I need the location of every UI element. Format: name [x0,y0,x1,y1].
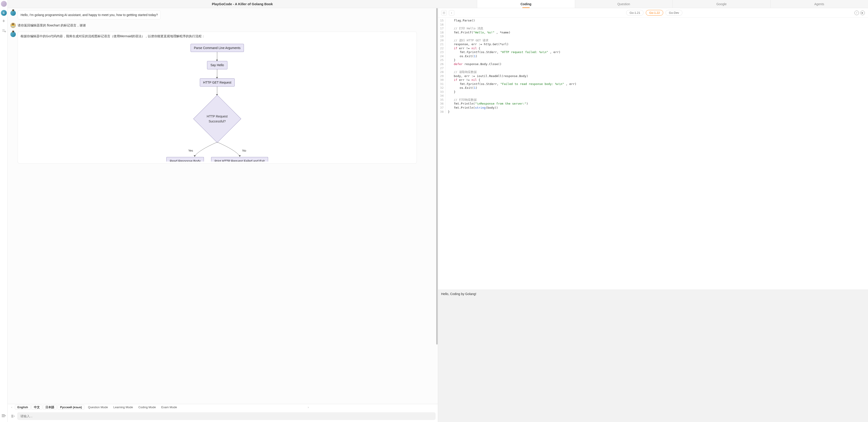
flow-arrow-icon [217,69,217,78]
chevron-left-icon[interactable]: ‹ [9,405,14,409]
code-line[interactable]: 16 [438,23,868,27]
version-go-1.21[interactable]: Go-1.21 [626,10,644,15]
lang-mode-bar: ‹ English 中文 日本語 Русский (язык) Question… [8,404,438,410]
code-line[interactable]: 37fmt.Println(string(body)) [438,106,868,110]
app-title: PlayGoCode - A Killer of Golang Book [8,0,477,8]
code-line[interactable]: 19 [438,34,868,38]
code-line[interactable]: 38} [438,110,868,114]
tab-google[interactable]: Google [673,0,770,8]
flow-no-label: No [242,149,246,153]
message-text: Hello, I'm golang programming AI assista… [18,10,161,20]
message-bubble: 根据你编辑器中的Go代码内容，我将生成对应的流程图标记语言（使用Mermaid的… [18,32,417,164]
code-line[interactable]: 33} [438,90,868,94]
left-toolbar: G + [0,0,8,422]
svg-point-1 [443,12,444,13]
user-message: 请你返回编辑器里的 flowchart 的标记语言，谢谢 [10,23,435,29]
mode-chip[interactable]: Learning Mode [111,405,135,409]
code-line[interactable]: 25} [438,58,868,62]
flow-arrow-icon [217,87,217,96]
tab-agents[interactable]: Agents [770,0,868,8]
new-chat-button[interactable]: + [2,19,6,23]
code-line[interactable]: 35// 打印响应数据 [438,98,868,102]
lang-chip[interactable]: English [15,405,31,410]
code-line[interactable]: 28// 读取响应数据 [438,70,868,74]
history-icon[interactable] [2,29,6,33]
expand-input-icon[interactable] [10,414,16,419]
assistant-message: Hello, I'm golang programming AI assista… [10,10,435,20]
lang-chip[interactable]: 中文 [31,405,42,410]
code-line[interactable]: 17// 打印 Hello 消息 [438,26,868,31]
lang-chip[interactable]: 日本語 [43,405,57,410]
code-line[interactable]: 18fmt.Printf("Hello, %s!" , *name) [438,31,868,35]
svg-point-0 [4,31,6,32]
flow-node: Say Hello [207,61,227,69]
chat-panel: Hello, I'm golang programming AI assista… [8,8,438,404]
code-line[interactable]: 34 [438,94,868,98]
breadcrumb-icon[interactable]: › [449,10,454,15]
output-text: Hello, Coding by Golang! [441,292,476,296]
code-line[interactable]: 22if err != nil { [438,46,868,51]
version-go-1.22[interactable]: Go-1.22 [646,10,663,15]
flow-node: Parse Command Line Arguments [191,44,244,52]
chat-scrollbar[interactable] [436,8,438,404]
app-logo-icon[interactable]: G [1,10,7,16]
code-line[interactable]: 30if err != nil { [438,78,868,82]
chat-input[interactable] [17,412,436,420]
tab-coding[interactable]: Coding [477,0,575,8]
mode-chip[interactable]: Coding Mode [135,405,158,409]
lang-chip[interactable]: Русский (язык) [58,405,84,410]
code-line[interactable]: 26defer response.Body.Close() [438,62,868,66]
code-line[interactable]: 24os.Exit(1) [438,54,868,58]
flow-fork: Yes No [179,142,256,158]
settings-icon[interactable] [441,10,447,15]
code-line[interactable]: 27 [438,66,868,70]
flow-yes-label: Yes [188,149,193,153]
output-panel: Hello, Coding by Golang! [438,290,868,422]
top-tabs: CodingQuestionGoogleAgents [477,0,868,8]
message-text: 请你返回编辑器里的 flowchart 的标记语言，谢谢 [18,23,86,29]
flow-decision: HTTP Request Successful? [193,95,241,143]
user-avatar[interactable] [1,1,7,7]
version-go-dev[interactable]: Go-Dev [665,10,682,15]
editor-toolbar: › Go-1.21Go-1.22Go-Dev ✓ ▶ [438,8,868,18]
mode-chip[interactable]: Exam Mode [159,405,180,409]
run-icon[interactable]: ▶ [860,11,865,15]
code-line[interactable]: 20// 进行 HTTP GET 请求 [438,38,868,42]
assistant-message: 根据你编辑器中的Go代码内容，我将生成对应的流程图标记语言（使用Mermaid的… [10,32,435,164]
code-line[interactable]: 32os.Exit(1) [438,86,868,90]
assistant-avatar-icon [10,10,16,16]
tab-question[interactable]: Question [575,0,673,8]
code-line[interactable]: 15flag.Parse() [438,19,868,23]
chevron-right-icon[interactable]: › [181,405,436,409]
input-row [8,410,438,422]
code-line[interactable]: 29body, err := ioutil.ReadAll(response.B… [438,74,868,78]
mode-chip[interactable]: Question Mode [85,405,111,409]
assistant-avatar-icon [10,32,16,37]
code-line[interactable]: 36fmt.Println("\nResponse from the serve… [438,102,868,106]
code-line[interactable]: 21response, err := http.Get(*url) [438,42,868,46]
message-text: 根据你编辑器中的Go代码内容，我将生成对应的流程图标记语言（使用Mermaid的… [21,34,414,39]
flow-arrow-icon [217,52,217,61]
check-icon[interactable]: ✓ [855,11,859,15]
code-editor[interactable]: 15flag.Parse()16 17// 打印 Hello 消息18fmt.P… [438,18,868,290]
collapse-sidebar-icon[interactable] [1,414,6,418]
flowchart: Parse Command Line Arguments Say Hello H… [21,39,414,162]
header: PlayGoCode - A Killer of Golang Book Cod… [8,0,868,8]
code-line[interactable]: 23fmt.Fprintf(os.Stderr, "HTTP request f… [438,50,868,54]
user-avatar-icon [10,23,16,28]
flow-node: HTTP GET Request [200,78,235,87]
code-line[interactable]: 31fmt.Fprintf(os.Stderr, "Failed to read… [438,82,868,86]
